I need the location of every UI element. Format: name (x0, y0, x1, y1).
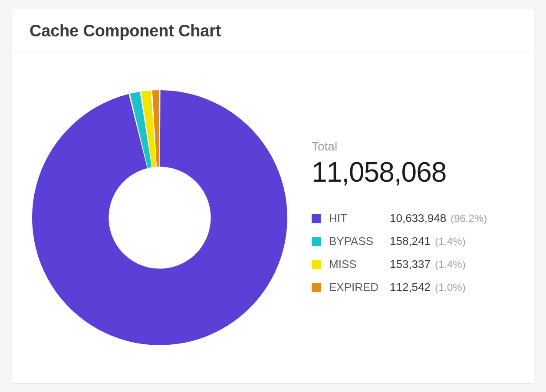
legend-swatch (312, 283, 321, 292)
donut-slice-hit (32, 90, 287, 345)
legend-row: EXPIRED112,542(1.0%) (312, 279, 516, 296)
legend-name: EXPIRED (329, 279, 390, 296)
legend-name: MISS (329, 256, 390, 273)
legend-row: BYPASS158,241(1.4%) (312, 233, 516, 250)
card-body: Total 11,058,068 HIT10,633,948(96.2%)BYP… (12, 52, 534, 383)
stats-panel: Total 11,058,068 HIT10,633,948(96.2%)BYP… (312, 140, 516, 296)
legend-value: 158,241 (390, 233, 431, 250)
legend-pct: (96.2%) (451, 211, 487, 226)
legend-swatch (312, 237, 321, 246)
legend-value: 10,633,948 (390, 210, 446, 227)
legend-name: HIT (329, 210, 390, 227)
total-value: 11,058,068 (312, 156, 516, 188)
total-label: Total (312, 140, 516, 154)
card-header: Cache Component Chart (12, 9, 534, 52)
legend-name: BYPASS (329, 233, 390, 250)
legend-value: 153,337 (390, 256, 431, 273)
legend-pct: (1.4%) (435, 234, 466, 249)
legend-row: HIT10,633,948(96.2%) (312, 210, 516, 227)
chart-card: Cache Component Chart Total 11,058,068 H… (12, 9, 534, 383)
card-title: Cache Component Chart (30, 22, 516, 40)
legend-swatch (312, 260, 321, 269)
legend-pct: (1.4%) (435, 257, 466, 272)
legend-pct: (1.0%) (435, 280, 466, 295)
legend-swatch (312, 214, 321, 223)
legend: HIT10,633,948(96.2%)BYPASS158,241(1.4%)M… (312, 210, 516, 296)
donut-chart (30, 88, 290, 348)
legend-value: 112,542 (390, 279, 431, 296)
legend-row: MISS153,337(1.4%) (312, 256, 516, 273)
donut-svg (30, 88, 290, 348)
